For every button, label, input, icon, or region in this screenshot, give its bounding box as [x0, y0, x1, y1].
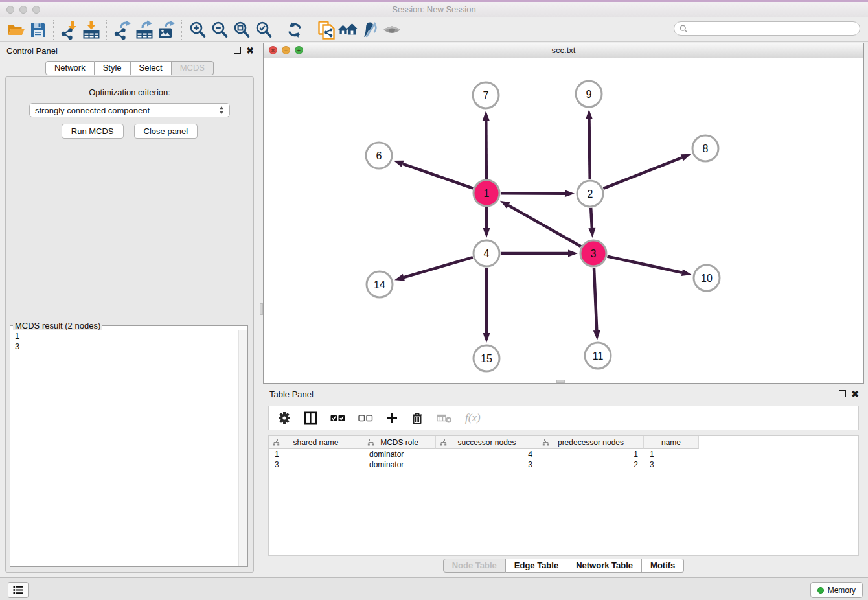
table-cell[interactable]: dominator — [363, 459, 436, 470]
home-view-button[interactable] — [337, 19, 359, 40]
export-table-button[interactable] — [133, 19, 155, 40]
memory-button[interactable]: Memory — [810, 582, 863, 598]
search-box[interactable] — [674, 21, 860, 36]
mcds-tab-content: Optimization criterion: strongly connect… — [5, 76, 254, 573]
graph-edge-2-8[interactable] — [603, 157, 681, 189]
eye-icon — [382, 20, 402, 40]
table-panel-title: Table Panel — [269, 389, 314, 399]
edge-arrowhead — [681, 154, 691, 161]
edge-arrowhead — [394, 161, 404, 167]
open-session-button[interactable] — [5, 19, 27, 40]
result-scrollbar[interactable] — [238, 330, 247, 566]
clone-network-button[interactable] — [315, 19, 337, 40]
show-details-button[interactable] — [381, 19, 403, 40]
create-column-button[interactable] — [386, 412, 398, 424]
hide-details-button[interactable] — [359, 19, 381, 40]
table-cell[interactable]: 3 — [269, 459, 363, 470]
export-table-icon — [135, 20, 154, 40]
hierarchy-icon — [542, 439, 549, 446]
column-header-name[interactable]: name — [644, 436, 699, 449]
table-tab-edge-table[interactable]: Edge Table — [506, 559, 567, 573]
zoom-fit-icon — [232, 20, 251, 40]
zoom-out-button[interactable] — [209, 19, 231, 40]
save-session-button[interactable] — [27, 19, 49, 40]
graph-edge-4-14[interactable] — [404, 257, 472, 277]
table-cell[interactable]: 2 — [538, 459, 644, 470]
criterion-dropdown[interactable]: strongly connected component — [29, 103, 230, 117]
tab-mcds[interactable]: MCDS — [172, 61, 214, 75]
run-mcds-button[interactable]: Run MCDS — [62, 124, 124, 139]
table-tab-network-table[interactable]: Network Table — [567, 559, 642, 573]
graph-node-label: 10 — [701, 273, 713, 284]
column-header-MCDS-role[interactable]: MCDS role — [363, 436, 436, 449]
show-panels-button[interactable] — [8, 582, 29, 598]
table-cell[interactable]: 1 — [269, 449, 363, 459]
zoom-selected-button[interactable] — [253, 19, 275, 40]
close-panel-icon[interactable]: ✖ — [246, 47, 254, 54]
table-cell[interactable]: 3 — [436, 459, 538, 470]
graph-edge-2-3[interactable] — [591, 208, 592, 228]
zoom-fit-button[interactable] — [231, 19, 253, 40]
tab-style[interactable]: Style — [95, 61, 131, 75]
control-panel: Control Panel ✖ NetworkStyleSelectMCDS O… — [0, 43, 259, 574]
tab-select[interactable]: Select — [131, 61, 172, 75]
table-cell[interactable]: 4 — [436, 449, 538, 459]
network-minimize-button[interactable]: − — [282, 46, 290, 54]
export-network-button[interactable] — [111, 19, 133, 40]
close-panel-icon[interactable]: ✖ — [851, 391, 859, 397]
graph-edge-1-7[interactable] — [486, 121, 486, 179]
graph-edge-3-10[interactable] — [607, 257, 681, 273]
graph-edge-3-11[interactable] — [594, 268, 597, 330]
column-header-predecessor-nodes[interactable]: predecessor nodes — [538, 436, 644, 449]
float-panel-icon[interactable] — [234, 47, 241, 54]
table-cell[interactable]: 1 — [538, 449, 644, 459]
table-tab-motifs[interactable]: Motifs — [642, 559, 684, 573]
graph-edge-1-2[interactable] — [501, 193, 565, 194]
export-image-button[interactable] — [155, 19, 177, 40]
horizontal-splitter-handle[interactable] — [556, 380, 565, 383]
node-table: shared nameMCDS rolesuccessor nodesprede… — [268, 435, 859, 556]
graph-node-label: 3 — [591, 248, 597, 259]
network-window-titlebar[interactable]: scc.txt × − + — [264, 43, 863, 58]
network-graph[interactable]: 1234678910111415 — [264, 58, 863, 383]
graph-edge-1-6[interactable] — [403, 164, 473, 189]
function-builder-button[interactable]: f(x) — [465, 411, 481, 424]
select-all-button[interactable] — [330, 414, 345, 422]
graph-node-label: 8 — [703, 143, 709, 154]
float-panel-icon[interactable] — [839, 390, 846, 397]
column-header-shared-name[interactable]: shared name — [269, 436, 363, 449]
control-panel-tabs: NetworkStyleSelectMCDS — [0, 61, 259, 75]
network-close-button[interactable]: × — [269, 46, 277, 54]
table-row[interactable]: 3dominator323 — [269, 459, 858, 470]
import-table-button[interactable] — [80, 19, 102, 40]
graph-edge-2-9[interactable] — [589, 119, 590, 179]
show-columns-button[interactable] — [304, 411, 317, 425]
close-panel-button[interactable]: Close panel — [134, 124, 198, 139]
network-canvas[interactable]: 1234678910111415 — [264, 58, 863, 383]
zoom-in-icon — [188, 20, 207, 40]
splitter-handle[interactable] — [260, 303, 263, 315]
graph-node-label: 2 — [588, 189, 593, 200]
table-cell[interactable]: 3 — [644, 459, 699, 470]
apply-layout-button[interactable] — [284, 19, 306, 40]
trash-icon — [411, 411, 424, 425]
edge-arrowhead — [500, 201, 510, 209]
table-settings-button[interactable] — [278, 411, 291, 424]
table-tab-node-table[interactable]: Node Table — [443, 559, 506, 573]
network-maximize-button[interactable]: + — [295, 46, 303, 54]
unselect-all-button[interactable] — [358, 414, 373, 422]
column-header-successor-nodes[interactable]: successor nodes — [436, 436, 538, 449]
import-network-button[interactable] — [58, 19, 80, 40]
table-panel-tabs: Node TableEdge TableNetwork TableMotifs — [263, 559, 864, 573]
tab-network[interactable]: Network — [45, 61, 95, 75]
list-icon — [13, 586, 23, 594]
gear-icon — [278, 411, 291, 424]
graph-edge-3-1[interactable] — [508, 205, 581, 246]
search-input[interactable] — [691, 22, 860, 35]
zoom-in-button[interactable] — [187, 19, 209, 40]
table-row[interactable]: 1dominator411 — [269, 449, 858, 459]
table-cell[interactable]: 1 — [644, 449, 699, 459]
table-cell[interactable]: dominator — [363, 449, 436, 459]
delete-table-button[interactable] — [437, 413, 452, 424]
delete-column-button[interactable] — [411, 411, 424, 425]
